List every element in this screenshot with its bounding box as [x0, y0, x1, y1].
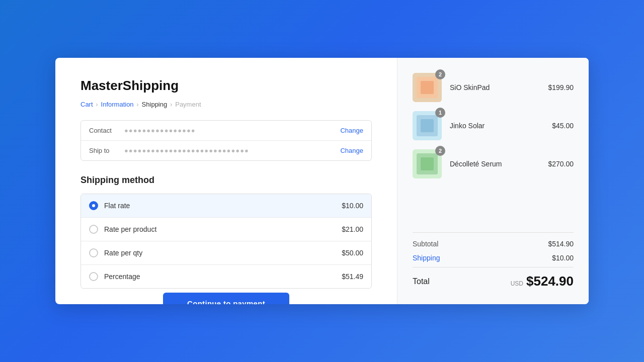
shipping-option-2[interactable]: Rate per qty$50.00 [81, 241, 371, 265]
info-box: Contact ●●●●●●●●●●●●●●●● Change Ship to … [80, 120, 372, 161]
total-amount: $524.90 [526, 274, 574, 289]
option-price-1: $21.00 [342, 225, 363, 233]
cart-item-1: 1Jinko Solar$45.00 [413, 111, 574, 140]
svg-rect-2 [421, 81, 434, 94]
item-img-wrapper-1: 1 [413, 111, 442, 140]
item-img-wrapper-2: 2 [413, 149, 442, 178]
ship-to-label: Ship to [89, 147, 124, 154]
ship-to-value: ●●●●●●●●●●●●●●●●●●●●●●●●●●●● [124, 147, 335, 154]
item-img-wrapper-0: 2 [413, 73, 442, 102]
subtotal-value: $514.90 [548, 240, 574, 248]
option-price-3: $51.49 [342, 273, 363, 281]
radio-btn-2[interactable] [89, 248, 98, 257]
breadcrumb-sep-2: › [137, 101, 139, 108]
total-price-wrapper: USD $524.90 [511, 274, 574, 289]
breadcrumb-cart[interactable]: Cart [80, 101, 93, 108]
summary-divider [413, 232, 574, 233]
breadcrumb-sep-3: › [170, 101, 172, 108]
left-panel: MasterShipping Cart › Information › Ship… [55, 58, 397, 304]
option-price-2: $50.00 [342, 249, 363, 257]
subtotal-label: Subtotal [413, 240, 438, 248]
item-price-0: $199.90 [548, 83, 574, 92]
continue-btn-wrapper: Continue to payment [80, 293, 372, 304]
total-row: Total USD $524.90 [413, 267, 574, 289]
breadcrumb-payment: Payment [175, 101, 201, 108]
item-price-2: $270.00 [548, 160, 574, 168]
item-badge-2: 2 [435, 146, 445, 156]
breadcrumb-sep-1: › [96, 101, 98, 108]
item-price-1: $45.00 [552, 122, 574, 130]
item-badge-0: 2 [435, 69, 445, 79]
total-label: Total [413, 277, 430, 286]
option-price-0: $10.00 [342, 202, 363, 210]
total-currency: USD [511, 280, 523, 287]
svg-rect-5 [421, 119, 434, 132]
cart-item-0: 2SiO SkinPad$199.90 [413, 73, 574, 102]
shipping-row: Shipping $10.00 [413, 251, 574, 265]
ship-change-button[interactable]: Change [340, 147, 363, 154]
shipping-option-1[interactable]: Rate per product$21.00 [81, 218, 371, 241]
shipping-option-0[interactable]: Flat rate$10.00 [81, 194, 371, 218]
breadcrumb-information[interactable]: Information [101, 101, 134, 108]
item-name-1: Jinko Solar [450, 122, 552, 130]
contact-row: Contact ●●●●●●●●●●●●●●●● Change [81, 121, 371, 141]
cart-item-2: 2Décolleté Serum$270.00 [413, 149, 574, 178]
option-label-1: Rate per product [104, 225, 342, 233]
radio-btn-1[interactable] [89, 225, 98, 234]
shipping-method-title: Shipping method [80, 175, 372, 186]
contact-value: ●●●●●●●●●●●●●●●● [124, 127, 335, 134]
breadcrumb: Cart › Information › Shipping › Payment [80, 101, 372, 108]
contact-label: Contact [89, 127, 124, 134]
breadcrumb-shipping: Shipping [142, 101, 168, 108]
shipping-value: $10.00 [552, 254, 574, 262]
option-label-3: Percentage [104, 273, 342, 281]
checkout-container: MasterShipping Cart › Information › Ship… [55, 58, 589, 304]
item-name-2: Décolleté Serum [450, 160, 548, 168]
brand-title: MasterShipping [80, 78, 372, 94]
svg-rect-8 [421, 157, 434, 170]
item-badge-1: 1 [435, 108, 445, 118]
item-name-0: SiO SkinPad [450, 83, 548, 92]
cart-items: 2SiO SkinPad$199.90 1Jinko Solar$45.00 2… [413, 73, 574, 218]
right-panel: 2SiO SkinPad$199.90 1Jinko Solar$45.00 2… [397, 58, 589, 304]
shipping-option-3[interactable]: Percentage$51.49 [81, 265, 371, 288]
shipping-label: Shipping [413, 254, 440, 262]
subtotal-row: Subtotal $514.90 [413, 237, 574, 251]
shipping-options: Flat rate$10.00Rate per product$21.00Rat… [80, 194, 372, 289]
ship-to-row: Ship to ●●●●●●●●●●●●●●●●●●●●●●●●●●●● Cha… [81, 141, 371, 160]
radio-btn-0[interactable] [89, 201, 98, 210]
contact-change-button[interactable]: Change [340, 127, 363, 134]
radio-btn-3[interactable] [89, 272, 98, 281]
option-label-2: Rate per qty [104, 249, 342, 257]
continue-button[interactable]: Continue to payment [163, 293, 289, 304]
option-label-0: Flat rate [104, 202, 342, 210]
